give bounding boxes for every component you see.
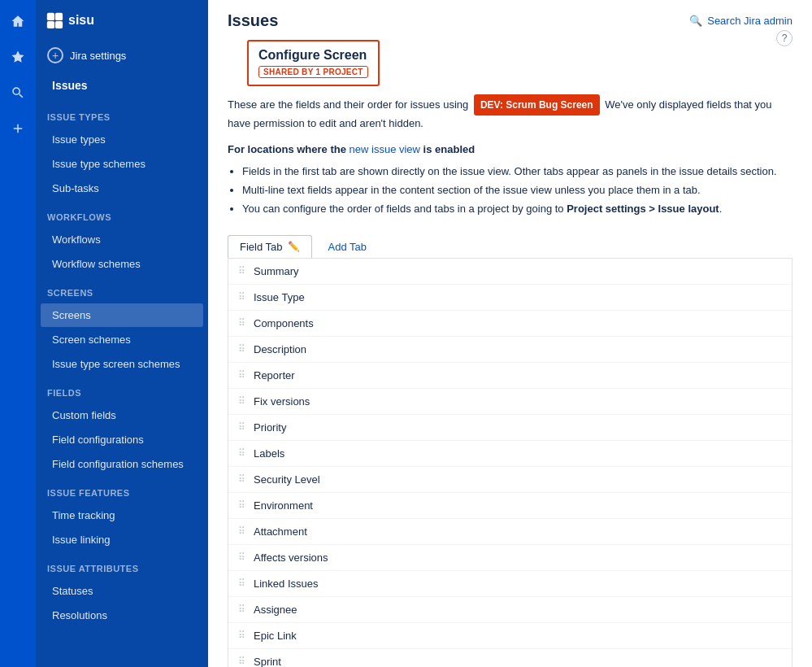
configure-screen-box: Configure Screen SHARED BY 1 PROJECT: [247, 40, 380, 86]
field-name-linked-issues: Linked Issues: [254, 578, 782, 590]
bullet-1: Fields in the first tab are shown direct…: [242, 162, 792, 181]
screen-name-badge: DEV: Scrum Bug Screen: [474, 94, 600, 116]
field-name-attachment: Attachment: [254, 525, 782, 538]
sidebar-item-custom-fields[interactable]: Custom fields: [41, 403, 203, 427]
field-row-affects-versions: ⠿ Affects versions: [228, 545, 792, 571]
sidebar-item-workflow-schemes[interactable]: Workflow schemes: [41, 252, 203, 276]
field-name-epic-link: Epic Link: [254, 630, 782, 642]
field-name-description: Description: [254, 343, 782, 355]
drag-handle[interactable]: ⠿: [238, 604, 245, 615]
drag-handle[interactable]: ⠿: [238, 473, 245, 485]
field-row-issue-type: ⠿ Issue Type: [228, 285, 792, 311]
new-issue-notice: For locations where the new issue view i…: [208, 140, 812, 162]
field-row-components: ⠿ Components: [228, 311, 792, 337]
svg-rect-1: [55, 13, 63, 20]
bullet-list: Fields in the first tab are shown direct…: [208, 162, 812, 229]
sidebar-item-screen-schemes[interactable]: Screen schemes: [41, 328, 203, 351]
drag-handle[interactable]: ⠿: [238, 343, 245, 355]
field-name-components: Components: [254, 317, 782, 329]
sidebar-item-time-tracking[interactable]: Time tracking: [41, 504, 203, 527]
drag-handle[interactable]: ⠿: [238, 578, 245, 589]
drag-handle[interactable]: ⠿: [238, 656, 245, 667]
sidebar-item-field-configuration-schemes[interactable]: Field configuration schemes: [41, 452, 203, 476]
jira-settings-label: Jira settings: [70, 50, 126, 62]
field-name-priority: Priority: [254, 421, 782, 434]
section-fields: FIELDS: [36, 377, 208, 403]
drag-handle[interactable]: ⠿: [238, 499, 245, 511]
section-issue-features: ISSUE FEATURES: [36, 477, 208, 503]
field-name-sprint: Sprint: [254, 656, 782, 667]
help-icon[interactable]: ?: [776, 30, 792, 46]
search-icon[interactable]: [7, 81, 29, 104]
main-content: Issues 🔍 Search Jira admin Configure Scr…: [208, 0, 812, 667]
bullet-2: Multi-line text fields appear in the con…: [242, 181, 792, 199]
svg-rect-2: [47, 21, 54, 28]
section-workflows: WORKFLOWS: [36, 201, 208, 227]
main-header: Issues 🔍 Search Jira admin: [208, 0, 812, 30]
field-name-environment: Environment: [254, 499, 782, 512]
sidebar-item-workflows[interactable]: Workflows: [41, 228, 203, 251]
sidebar-item-statuses[interactable]: Statuses: [41, 579, 203, 603]
field-row-linked-issues: ⠿ Linked Issues: [228, 571, 792, 597]
field-row-reporter: ⠿ Reporter: [228, 363, 792, 389]
drag-handle[interactable]: ⠿: [238, 525, 245, 537]
jira-settings-icon: +: [47, 47, 63, 63]
drag-handle[interactable]: ⠿: [238, 447, 245, 459]
field-name-reporter: Reporter: [254, 369, 782, 381]
section-issue-attributes: ISSUE ATTRIBUTES: [36, 552, 208, 578]
field-row-attachment: ⠿ Attachment: [228, 519, 792, 545]
app-logo: sisu: [46, 11, 94, 29]
sidebar: sisu + Jira settings Issues ISSUE TYPES …: [36, 0, 208, 667]
sidebar-item-issue-type-schemes[interactable]: Issue type schemes: [41, 152, 203, 176]
drag-handle[interactable]: ⠿: [238, 291, 245, 303]
info-bar: These are the fields and their order for…: [208, 86, 812, 140]
field-name-fix-versions: Fix versions: [254, 395, 782, 408]
drag-handle[interactable]: ⠿: [238, 265, 245, 277]
new-issue-link[interactable]: new issue view: [350, 143, 420, 155]
drag-handle[interactable]: ⠿: [238, 395, 245, 407]
sidebar-item-issue-types[interactable]: Issue types: [41, 128, 203, 151]
field-row-description: ⠿ Description: [228, 337, 792, 363]
field-name-issue-type: Issue Type: [254, 291, 782, 303]
section-screens: SCREENS: [36, 277, 208, 303]
svg-rect-3: [55, 21, 63, 28]
sidebar-item-sub-tasks[interactable]: Sub-tasks: [41, 177, 203, 200]
jira-settings-item[interactable]: + Jira settings: [36, 41, 208, 70]
drag-handle[interactable]: ⠿: [238, 369, 245, 381]
field-row-sprint: ⠿ Sprint: [228, 649, 792, 667]
tab-add-tab[interactable]: Add Tab: [317, 236, 378, 258]
field-row-priority: ⠿ Priority: [228, 415, 792, 441]
configure-screen-title: Configure Screen: [258, 48, 368, 63]
fields-list: ⠿ Summary ⠿ Issue Type ⠿ Components ⠿ De…: [228, 259, 792, 667]
field-row-assignee: ⠿ Assignee: [228, 597, 792, 623]
field-name-security-level: Security Level: [254, 473, 782, 486]
field-row-labels: ⠿ Labels: [228, 441, 792, 467]
sidebar-item-issue-type-screen-schemes[interactable]: Issue type screen schemes: [41, 352, 203, 376]
plus-icon[interactable]: [7, 117, 29, 140]
app-name: sisu: [68, 13, 94, 28]
star-icon[interactable]: [7, 46, 29, 68]
drag-handle[interactable]: ⠿: [238, 551, 245, 563]
shared-badge: SHARED BY 1 PROJECT: [258, 66, 368, 78]
sidebar-item-issue-linking[interactable]: Issue linking: [41, 528, 203, 551]
field-name-summary: Summary: [254, 265, 782, 277]
search-icon: 🔍: [689, 15, 702, 27]
sidebar-issues-top[interactable]: Issues: [41, 73, 203, 98]
drag-handle[interactable]: ⠿: [238, 630, 245, 641]
field-name-assignee: Assignee: [254, 604, 782, 616]
field-row-fix-versions: ⠿ Fix versions: [228, 389, 792, 415]
drag-handle[interactable]: ⠿: [238, 421, 245, 433]
svg-rect-0: [47, 13, 54, 20]
sidebar-item-field-configurations[interactable]: Field configurations: [41, 428, 203, 451]
home-icon[interactable]: [7, 10, 29, 33]
tab-field-tab[interactable]: Field Tab ✏️: [228, 235, 312, 258]
sidebar-item-screens[interactable]: Screens: [41, 303, 203, 327]
field-row-environment: ⠿ Environment: [228, 493, 792, 519]
search-admin[interactable]: 🔍 Search Jira admin: [689, 15, 792, 27]
edit-icon: ✏️: [288, 241, 300, 252]
search-label: Search Jira admin: [707, 15, 792, 27]
field-row-security-level: ⠿ Security Level: [228, 467, 792, 493]
section-issue-types: ISSUE TYPES: [36, 101, 208, 127]
drag-handle[interactable]: ⠿: [238, 317, 245, 329]
sidebar-item-resolutions[interactable]: Resolutions: [41, 604, 203, 627]
